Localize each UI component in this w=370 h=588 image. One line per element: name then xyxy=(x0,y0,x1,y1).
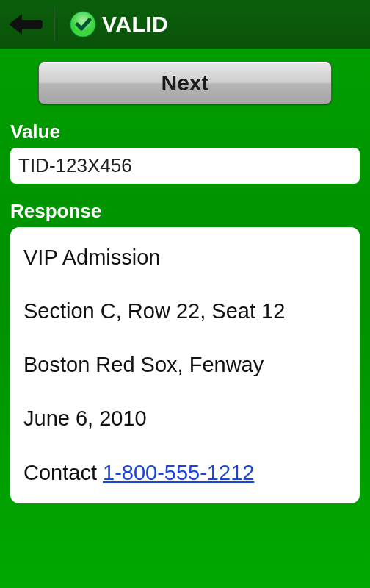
app-header: VALID xyxy=(0,0,370,49)
value-label: Value xyxy=(10,121,360,143)
header-divider xyxy=(54,7,55,42)
contact-prefix: Contact xyxy=(23,461,103,484)
response-admission: VIP Admission xyxy=(23,243,347,272)
back-arrow-icon xyxy=(7,12,44,37)
check-circle-icon xyxy=(70,11,96,37)
response-event: Boston Red Sox, Fenway xyxy=(23,351,347,379)
response-contact: Contact 1-800-555-1212 xyxy=(23,459,347,487)
next-button[interactable]: Next xyxy=(38,62,332,104)
response-box: VIP Admission Section C, Row 22, Seat 12… xyxy=(10,227,360,503)
response-date: June 6, 2010 xyxy=(23,404,347,433)
back-button[interactable] xyxy=(4,7,47,42)
main-content: Next Value TID-123X456 Response VIP Admi… xyxy=(0,49,370,517)
status-text: VALID xyxy=(102,12,168,37)
contact-phone-link[interactable]: 1-800-555-1212 xyxy=(103,461,254,484)
response-label: Response xyxy=(10,200,360,223)
status-badge: VALID xyxy=(62,11,168,37)
svg-point-1 xyxy=(70,12,95,37)
value-box: TID-123X456 xyxy=(10,148,360,184)
response-seating: Section C, Row 22, Seat 12 xyxy=(23,297,347,326)
